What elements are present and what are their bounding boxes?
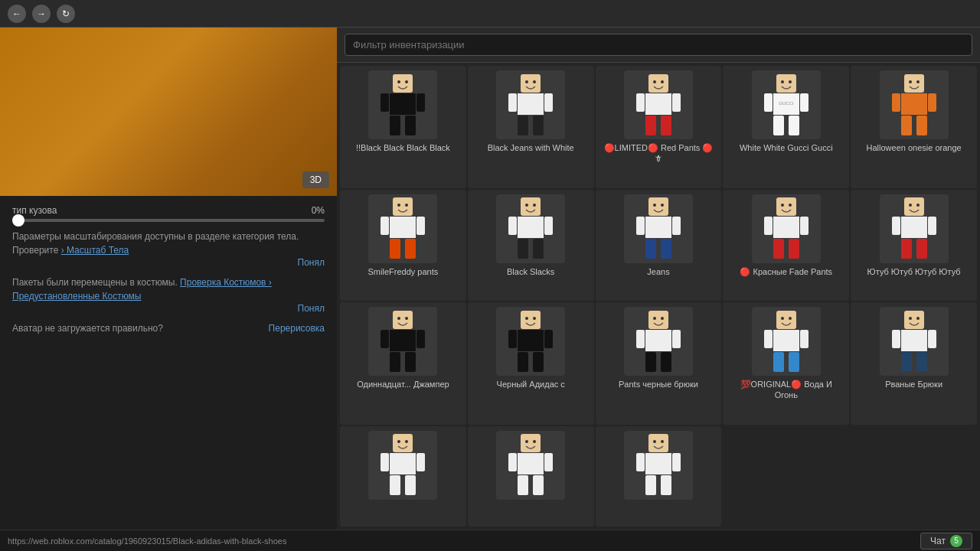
svg-rect-76 <box>901 217 927 238</box>
svg-rect-104 <box>661 352 671 372</box>
svg-rect-133 <box>508 453 517 471</box>
svg-point-43 <box>405 204 408 207</box>
item-image <box>752 194 821 263</box>
svg-rect-24 <box>776 74 796 93</box>
svg-point-9 <box>525 80 528 83</box>
svg-rect-110 <box>800 330 808 348</box>
svg-point-99 <box>661 317 664 320</box>
svg-rect-5 <box>416 93 425 112</box>
svg-rect-20 <box>636 93 645 112</box>
item-card[interactable]: Pants черные брюки <box>596 302 722 425</box>
item-image <box>368 431 437 500</box>
svg-rect-48 <box>405 239 416 259</box>
bottom-bar: https://web.roblox.com/catalog/196092301… <box>0 530 980 551</box>
svg-point-138 <box>653 440 656 443</box>
svg-rect-137 <box>648 434 668 452</box>
chat-button[interactable]: Чат 5 <box>920 533 972 549</box>
presets-link[interactable]: Предустановленные Костюмы <box>12 291 141 302</box>
item-card[interactable] <box>596 426 722 527</box>
svg-rect-94 <box>544 330 553 348</box>
item-card[interactable]: Рваные Брюки <box>851 302 977 425</box>
svg-rect-103 <box>645 352 656 372</box>
svg-rect-70 <box>800 217 808 235</box>
item-card[interactable]: Black Slacks <box>468 190 594 301</box>
svg-rect-52 <box>518 217 544 238</box>
item-image <box>368 307 437 376</box>
svg-rect-61 <box>636 217 645 235</box>
item-image <box>752 307 821 376</box>
understood-btn-1[interactable]: Понял <box>12 257 325 268</box>
svg-point-25 <box>781 80 784 83</box>
body-type-slider[interactable] <box>12 219 325 222</box>
redraw-btn[interactable]: Перерисовка <box>269 323 325 334</box>
svg-rect-142 <box>672 453 681 471</box>
right-panel: !!Black Black Black BlackBlack Jeans wit… <box>337 28 980 530</box>
search-bar <box>337 28 980 63</box>
search-input[interactable] <box>345 34 972 56</box>
item-card[interactable]: Ютуб Ютуб Ютуб Ютуб <box>851 190 977 301</box>
svg-rect-135 <box>518 475 528 495</box>
svg-rect-14 <box>518 116 528 135</box>
svg-point-51 <box>533 204 536 207</box>
reload-icon[interactable]: ↻ <box>57 5 75 23</box>
svg-rect-69 <box>764 217 773 235</box>
item-card[interactable]: 🔴LIMITED🔴 Red Pants 🔴🗡 <box>596 66 722 188</box>
svg-rect-3 <box>390 93 416 115</box>
svg-rect-81 <box>393 311 413 329</box>
svg-rect-15 <box>533 116 544 135</box>
svg-point-17 <box>653 80 656 83</box>
svg-rect-65 <box>776 197 796 216</box>
svg-rect-36 <box>901 93 927 115</box>
svg-rect-117 <box>892 330 900 348</box>
item-image <box>368 70 437 139</box>
body-type-row: тип кузова 0% <box>12 205 325 216</box>
item-card[interactable]: Jeans <box>596 190 722 301</box>
item-card[interactable]: !!Black Black Black Black <box>340 66 466 188</box>
item-card[interactable]: Black Jeans with White <box>468 66 594 188</box>
item-card[interactable]: SmileFreddy pants <box>340 190 466 301</box>
svg-point-115 <box>916 317 920 320</box>
svg-point-75 <box>916 204 920 207</box>
svg-rect-120 <box>916 352 927 372</box>
3d-button[interactable]: 3D <box>302 171 329 188</box>
item-card[interactable] <box>340 426 466 527</box>
svg-rect-22 <box>645 116 656 135</box>
body-scale-link[interactable]: › Масштаб Тела <box>61 245 129 256</box>
understood-btn-2[interactable]: Понял <box>12 303 325 314</box>
url-text: https://web.roblox.com/catalog/196092301… <box>8 536 286 546</box>
svg-rect-111 <box>773 352 784 372</box>
svg-rect-12 <box>508 93 517 112</box>
svg-rect-112 <box>789 352 799 372</box>
svg-rect-8 <box>521 74 541 93</box>
item-card[interactable]: GUCCIWhite White Gucci Gucci <box>723 66 849 188</box>
svg-rect-30 <box>773 116 784 135</box>
top-bar-left: ← → ↻ <box>8 5 75 23</box>
svg-rect-113 <box>904 311 924 329</box>
panel-info: тип кузова 0% Параметры масштабирования … <box>0 196 337 344</box>
svg-point-26 <box>789 80 792 83</box>
svg-point-66 <box>781 204 784 207</box>
item-image <box>880 307 949 376</box>
nav-forward-icon[interactable]: → <box>32 5 51 23</box>
nav-back-icon[interactable]: ← <box>8 5 26 23</box>
item-card[interactable]: 🔴 Красные Fade Pants <box>723 190 849 301</box>
item-card[interactable]: 💯ORIGINAL🔴 Вода И Огонь <box>723 302 849 425</box>
item-card[interactable]: Черный Адидас с <box>468 302 594 425</box>
svg-rect-62 <box>672 217 681 235</box>
chat-label: Чат <box>930 536 946 546</box>
svg-point-59 <box>661 204 664 207</box>
svg-rect-89 <box>521 311 541 329</box>
svg-rect-23 <box>661 116 671 135</box>
item-card[interactable]: Одиннадцат... Джампер <box>340 302 466 425</box>
svg-point-107 <box>789 317 792 320</box>
item-card[interactable]: Halloween onesie orange <box>851 66 977 188</box>
item-image <box>624 70 693 139</box>
svg-rect-100 <box>645 330 671 351</box>
svg-rect-78 <box>928 217 936 235</box>
svg-rect-143 <box>645 475 656 495</box>
item-image <box>368 194 437 263</box>
svg-point-34 <box>909 80 912 83</box>
costumes-link[interactable]: Проверка Костюмов › <box>180 277 272 288</box>
item-card[interactable] <box>468 426 594 527</box>
item-label: Black Slacks <box>507 266 554 277</box>
